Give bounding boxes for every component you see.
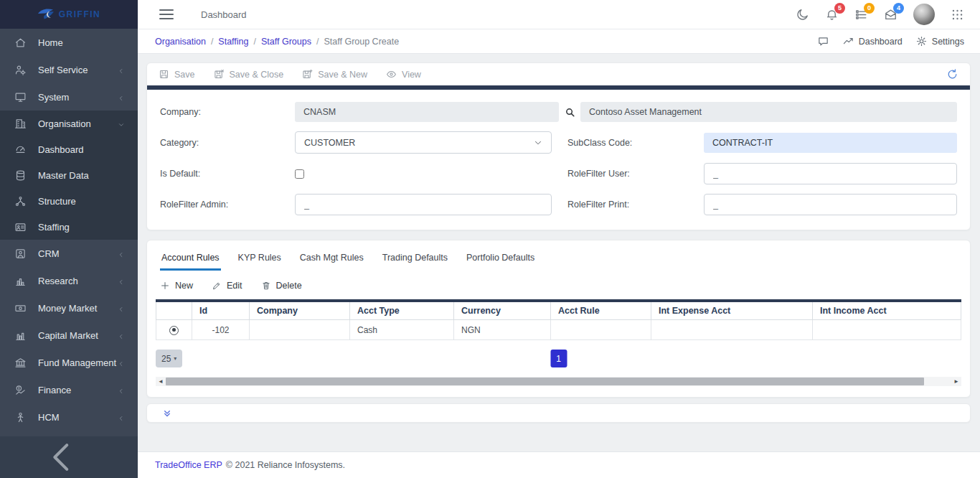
- company-name-field[interactable]: [580, 102, 957, 122]
- column-header-id[interactable]: Id: [192, 301, 250, 320]
- sidebar-spacer: [0, 431, 138, 436]
- tab-kyp-rules[interactable]: KYP Rules: [237, 251, 283, 271]
- person-icon: [14, 411, 27, 423]
- edit-button[interactable]: Edit: [212, 281, 242, 291]
- subclass-code-field[interactable]: [704, 133, 957, 153]
- new-button[interactable]: New: [160, 281, 193, 291]
- sidebar-item-capital-market[interactable]: Capital Market: [0, 322, 138, 349]
- cell-int-income-acct: [813, 320, 961, 340]
- tab-cash-mgt-rules[interactable]: Cash Mgt Rules: [298, 251, 365, 271]
- column-header-currency[interactable]: Currency: [454, 301, 551, 320]
- bar-chart-icon: [14, 275, 27, 287]
- gear-icon: [915, 35, 928, 47]
- scrollbar-thumb[interactable]: [166, 378, 924, 385]
- sidebar-item-structure[interactable]: Structure: [0, 188, 138, 214]
- sidebar-item-dashboard[interactable]: Dashboard: [0, 136, 138, 162]
- grid-actions: New Edit Delete: [147, 281, 970, 291]
- user-avatar[interactable]: [913, 4, 935, 25]
- rolefilter-user-label: RoleFilter User:: [567, 169, 704, 179]
- sidebar-item-finance[interactable]: Finance: [0, 376, 138, 403]
- save-and-new-button[interactable]: Save & New: [302, 69, 367, 80]
- sidebar-item-research[interactable]: Research: [0, 267, 138, 294]
- category-label: Category:: [160, 138, 295, 148]
- column-header-company[interactable]: Company: [250, 301, 350, 320]
- scroll-left-arrow[interactable]: ◄: [156, 377, 166, 386]
- rolefilter-user-field[interactable]: [704, 163, 957, 184]
- sidebar-item-system[interactable]: System: [0, 83, 138, 111]
- company-lookup-button[interactable]: [559, 107, 580, 118]
- sidebar-item-money-market[interactable]: Money Market: [0, 294, 138, 322]
- sidebar-item-hcm[interactable]: HCM: [0, 403, 138, 431]
- column-header-int-income-acct[interactable]: Int Income Acct: [813, 301, 961, 320]
- sidebar-item-self-service[interactable]: Self Service: [0, 56, 138, 83]
- delete-button[interactable]: Delete: [261, 281, 302, 291]
- sidebar-collapse-button[interactable]: [0, 436, 138, 478]
- company-label: Company:: [160, 107, 295, 117]
- notification-count-badge: 5: [834, 3, 845, 14]
- settings-link[interactable]: Settings: [915, 35, 964, 47]
- table-row[interactable]: -102 Cash NGN: [156, 320, 961, 340]
- scroll-right-arrow[interactable]: ►: [951, 377, 961, 386]
- rolefilter-admin-field[interactable]: [295, 194, 552, 215]
- account-rules-table: Id Company Acct Type Currency Acct Rule …: [156, 299, 961, 340]
- comment-button[interactable]: [817, 35, 829, 47]
- row-select-radio[interactable]: [169, 326, 179, 335]
- apps-grid-icon: [951, 8, 964, 22]
- dashboard-link[interactable]: Dashboard: [842, 35, 903, 47]
- breadcrumb-staffing[interactable]: Staffing: [218, 37, 248, 47]
- page-size-select[interactable]: 25 ▾: [156, 350, 182, 367]
- person-box-icon: [14, 248, 27, 260]
- rolefilter-print-field[interactable]: [704, 194, 957, 215]
- category-select[interactable]: CUSTOMER: [295, 131, 552, 154]
- expand-section-button[interactable]: [146, 403, 971, 423]
- cell-int-expense-acct: [651, 320, 813, 340]
- column-header-acct-rule[interactable]: Acct Rule: [551, 301, 651, 320]
- home-icon: [14, 37, 27, 49]
- brand-logo[interactable]: GRIFFIN: [0, 0, 138, 29]
- footer-app-link[interactable]: TradeOffice ERP: [155, 460, 222, 470]
- sidebar-nav: Home Self Service System Organisation Da…: [0, 29, 138, 431]
- tasks-button[interactable]: 0: [854, 8, 868, 22]
- dark-mode-toggle[interactable]: [796, 8, 809, 22]
- breadcrumb-current-page: Staff Group Create: [324, 37, 399, 47]
- notifications-button[interactable]: 5: [825, 8, 839, 22]
- save-button[interactable]: Save: [159, 69, 195, 80]
- floppy-close-icon: [214, 69, 225, 80]
- bank-icon: [14, 357, 27, 369]
- company-code-field[interactable]: [295, 102, 559, 122]
- brand-name: GRIFFIN: [59, 9, 101, 19]
- save-and-close-button[interactable]: Save & Close: [214, 69, 284, 80]
- caret-down-icon: ▾: [174, 355, 176, 362]
- column-header-acct-type[interactable]: Acct Type: [350, 301, 454, 320]
- collapse-chevron-left-icon: [0, 436, 123, 478]
- breadcrumb-staff-groups[interactable]: Staff Groups: [261, 37, 311, 47]
- chevron-left-icon: [118, 386, 125, 393]
- page-1-button[interactable]: 1: [550, 350, 567, 367]
- sidebar-item-crm[interactable]: CRM: [0, 240, 138, 267]
- breadcrumb-separator: /: [211, 37, 213, 47]
- messages-button[interactable]: 4: [884, 8, 897, 22]
- tab-portfolio-defaults[interactable]: Portfolio Defaults: [465, 251, 536, 271]
- tab-trading-defaults[interactable]: Trading Defaults: [381, 251, 449, 271]
- refresh-icon: [946, 68, 958, 80]
- column-header-int-expense-acct[interactable]: Int Expense Acct: [651, 301, 813, 320]
- view-button[interactable]: View: [386, 69, 421, 80]
- radio-column-header: [156, 301, 192, 320]
- topbar-title: Dashboard: [201, 9, 247, 20]
- tab-account-rules[interactable]: Account Rules: [160, 251, 221, 271]
- sidebar-item-home[interactable]: Home: [0, 29, 138, 56]
- sidebar-item-fund-management[interactable]: Fund Management: [0, 349, 138, 376]
- is-default-checkbox[interactable]: [295, 169, 304, 179]
- sidebar-item-staffing[interactable]: Staffing: [0, 214, 138, 240]
- sidebar-item-organisation[interactable]: Organisation: [0, 111, 138, 136]
- breadcrumb-organisation[interactable]: Organisation: [155, 37, 206, 47]
- subclass-label: SubClass Code:: [567, 138, 704, 148]
- chevron-left-icon: [118, 413, 125, 421]
- refresh-button[interactable]: [946, 68, 958, 80]
- main-area: Dashboard 5 0 4: [138, 0, 980, 478]
- menu-toggle-button[interactable]: [159, 9, 174, 19]
- apps-menu-button[interactable]: [951, 8, 964, 22]
- task-count-badge: 0: [864, 3, 875, 14]
- column-chart-icon: [14, 329, 27, 342]
- sidebar-item-master-data[interactable]: Master Data: [0, 162, 138, 188]
